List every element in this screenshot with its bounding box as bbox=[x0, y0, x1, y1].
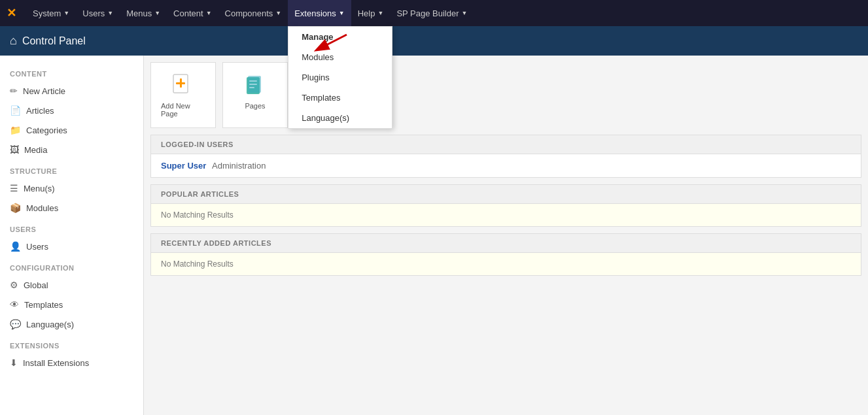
dropdown-item-manage[interactable]: Manage bbox=[288, 27, 392, 47]
quick-icons-row: Add New Page Pages bbox=[150, 62, 861, 128]
main-layout: CONTENT ✏ New Article 📄 Articles 📁 Categ… bbox=[0, 56, 868, 415]
menu-icon: ☰ bbox=[10, 183, 18, 193]
panel-logged-in-users: LOGGED-IN USERS Super User Administratio… bbox=[150, 135, 861, 178]
extensions-dropdown: Manage Modules Plugins Templates Languag… bbox=[288, 26, 392, 129]
article-icon: 📄 bbox=[10, 105, 21, 116]
caret-icon: ▼ bbox=[339, 10, 345, 16]
panel-body-recently-added: No Matching Results bbox=[151, 253, 861, 275]
caret-icon: ▼ bbox=[154, 10, 160, 16]
caret-icon: ▼ bbox=[462, 10, 468, 16]
nav-sp-page-builder[interactable]: SP Page Builder ▼ bbox=[390, 0, 474, 26]
caret-icon: ▼ bbox=[107, 10, 113, 16]
nav-users[interactable]: Users ▼ bbox=[76, 0, 120, 26]
user-icon: 👤 bbox=[10, 241, 21, 252]
sidebar-section-structure: STRUCTURE bbox=[0, 159, 143, 178]
svg-rect-4 bbox=[180, 78, 182, 88]
eye-icon: 👁 bbox=[10, 299, 19, 310]
logged-in-user-row: Super User Administration bbox=[161, 161, 851, 171]
sidebar-item-install-extensions[interactable]: ⬇ Install Extensions bbox=[0, 353, 143, 373]
panel-popular-articles: POPULAR ARTICLES No Matching Results bbox=[150, 184, 861, 227]
sidebar-item-languages[interactable]: 💬 Language(s) bbox=[0, 314, 143, 334]
nav-extensions[interactable]: Extensions ▼ Manage Modules Plugins Temp… bbox=[288, 0, 351, 26]
add-page-icon bbox=[170, 73, 196, 99]
nav-menus[interactable]: Menus ▼ bbox=[120, 0, 167, 26]
dropdown-item-plugins[interactable]: Plugins bbox=[288, 67, 392, 88]
sidebar: CONTENT ✏ New Article 📄 Articles 📁 Categ… bbox=[0, 56, 144, 415]
nav-system[interactable]: System ▼ bbox=[26, 0, 76, 26]
sidebar-item-global[interactable]: ⚙ Global bbox=[0, 275, 143, 295]
panel-body-popular-articles: No Matching Results bbox=[151, 204, 861, 226]
sidebar-item-users[interactable]: 👤 Users bbox=[0, 237, 143, 256]
nav-content[interactable]: Content ▼ bbox=[167, 0, 218, 26]
panel-header-logged-in-users: LOGGED-IN USERS bbox=[151, 135, 861, 154]
dropdown-item-modules[interactable]: Modules bbox=[288, 47, 392, 67]
svg-rect-9 bbox=[248, 76, 261, 93]
sidebar-item-menus[interactable]: ☰ Menu(s) bbox=[0, 178, 143, 198]
sidebar-item-templates[interactable]: 👁 Templates bbox=[0, 295, 143, 314]
dropdown-item-templates[interactable]: Templates bbox=[288, 88, 392, 108]
media-icon: 🖼 bbox=[10, 144, 19, 155]
dropdown-item-languages[interactable]: Language(s) bbox=[288, 108, 392, 128]
caret-icon: ▼ bbox=[63, 10, 69, 16]
username-label[interactable]: Super User bbox=[161, 161, 206, 171]
brand-logo: ✕ bbox=[7, 6, 16, 20]
sidebar-section-configuration: CONFIGURATION bbox=[0, 256, 143, 275]
sidebar-item-media[interactable]: 🖼 Media bbox=[0, 140, 143, 159]
quick-icon-add-new-page[interactable]: Add New Page bbox=[150, 62, 216, 128]
folder-icon: 📁 bbox=[10, 125, 21, 135]
home-icon[interactable]: ⌂ bbox=[10, 34, 17, 48]
sidebar-section-users: USERS bbox=[0, 218, 143, 237]
page-title: Control Panel bbox=[22, 35, 86, 47]
sidebar-item-categories[interactable]: 📁 Categories bbox=[0, 120, 143, 140]
content-area: Add New Page Pages LOGGED-IN USERS bbox=[144, 56, 868, 415]
sidebar-item-articles[interactable]: 📄 Articles bbox=[0, 101, 143, 120]
pages-icon bbox=[242, 73, 268, 99]
user-role-label: Administration bbox=[212, 161, 266, 171]
panel-header-recently-added: RECENTLY ADDED ARTICLES bbox=[151, 234, 861, 253]
caret-icon: ▼ bbox=[206, 10, 212, 16]
nav-help[interactable]: Help ▼ bbox=[351, 0, 391, 26]
language-icon: 💬 bbox=[10, 319, 21, 329]
header-bar: ⌂ Control Panel bbox=[0, 26, 868, 56]
sidebar-item-new-article[interactable]: ✏ New Article bbox=[0, 81, 143, 101]
panel-header-popular-articles: POPULAR ARTICLES bbox=[151, 185, 861, 204]
download-icon: ⬇ bbox=[10, 357, 18, 368]
sidebar-section-extensions: EXTENSIONS bbox=[0, 334, 143, 353]
panel-body-logged-in-users: Super User Administration bbox=[151, 154, 861, 177]
edit-icon: ✏ bbox=[10, 86, 18, 96]
sidebar-section-content: CONTENT bbox=[0, 62, 143, 81]
quick-icon-pages[interactable]: Pages bbox=[222, 62, 288, 128]
navbar: ✕ System ▼ Users ▼ Menus ▼ Content ▼ Com… bbox=[0, 0, 868, 26]
caret-icon: ▼ bbox=[377, 10, 383, 16]
panel-recently-added-articles: RECENTLY ADDED ARTICLES No Matching Resu… bbox=[150, 233, 861, 276]
nav-components[interactable]: Components ▼ bbox=[218, 0, 288, 26]
gear-icon: ⚙ bbox=[10, 280, 18, 290]
module-icon: 📦 bbox=[10, 203, 21, 213]
sidebar-item-modules[interactable]: 📦 Modules bbox=[0, 198, 143, 218]
caret-icon: ▼ bbox=[275, 10, 281, 16]
